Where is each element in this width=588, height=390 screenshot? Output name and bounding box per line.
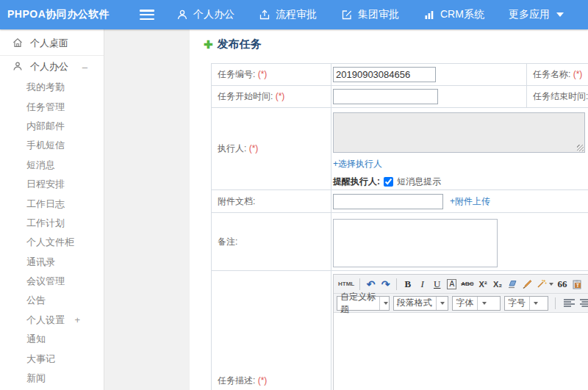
top-menu: 个人办公 流程审批 集团审批 CRM系统 更多应用 [176, 8, 564, 21]
paste-icon[interactable]: T [570, 277, 584, 292]
custom-title-select[interactable]: 自定义标题 [337, 296, 390, 311]
row-remark: 备注: [212, 213, 588, 271]
start-time-label: 任务开始时间: (*) [212, 86, 331, 108]
content-panel: ✚ 发布任务 任务编号: (*) 任务名称: (*) 任务开始时间: (*) 任… [190, 29, 588, 390]
executor-textarea[interactable] [333, 112, 585, 153]
eraser-icon[interactable] [506, 277, 520, 292]
workflow-icon [259, 9, 270, 21]
svg-text:T: T [576, 283, 579, 288]
expand-icon[interactable]: + [74, 314, 80, 325]
paragraph-format-select[interactable]: 段落格式 [393, 296, 449, 311]
sidebar-item-internal-mail[interactable]: 内部邮件 [0, 117, 104, 136]
sidebar-item-attendance[interactable]: 我的考勤 [0, 78, 104, 97]
sidebar-item-schedule[interactable]: 日程安排 [0, 175, 104, 194]
quick-format-icon[interactable] [535, 277, 555, 292]
strikethrough-button[interactable]: ABC [459, 277, 475, 292]
plus-icon: ✚ [204, 39, 213, 50]
person-icon [176, 9, 188, 21]
caret-down-icon [556, 12, 564, 17]
sidebar-item-news[interactable]: 新闻 [0, 369, 104, 388]
menu-item-crm[interactable]: CRM系统 [423, 8, 484, 21]
row-start-time: 任务开始时间: (*) 任务结束时间: (*) [212, 86, 588, 108]
sidebar: 个人桌面 个人办公 – 我的考勤 任务管理 内部邮件 手机短信 短消息 日程安排… [0, 29, 104, 390]
caret-down-icon [549, 283, 553, 286]
superscript-button[interactable]: X² [476, 277, 490, 292]
sidebar-item-notice[interactable]: 通知 [0, 330, 104, 349]
caret-down-icon [482, 302, 487, 305]
remark-label: 备注: [212, 213, 331, 271]
row-description: 任务描述: (*) HTML ↶ ↷ B I U A ABC X² [212, 271, 588, 390]
attachment-label: 附件文档: [212, 190, 331, 213]
remark-textarea[interactable] [333, 219, 498, 267]
person-icon [12, 61, 23, 73]
sms-remind-label: 短消息提示 [397, 176, 441, 188]
rich-text-editor: HTML ↶ ↷ B I U A ABC X² X₂ [333, 274, 588, 390]
end-time-label: 任务结束时间: (*) [527, 86, 588, 108]
task-number-input[interactable] [333, 67, 436, 82]
task-name-label: 任务名称: (*) [527, 64, 588, 86]
start-time-input[interactable] [333, 89, 438, 104]
sidebar-item-file-cabinet[interactable]: 个人文件柜 [0, 233, 104, 252]
sidebar-item-meeting[interactable]: 会议管理 [0, 272, 104, 291]
html-source-button[interactable]: HTML [337, 277, 356, 292]
sidebar-item-work-log[interactable]: 工作日志 [0, 194, 104, 213]
executor-label: 执行人: (*) [212, 108, 331, 190]
publish-task-form: 任务编号: (*) 任务名称: (*) 任务开始时间: (*) 任务结束时间: … [211, 63, 588, 390]
editor-toolbar-row2: 自定义标题 段落格式 字体 字号 [334, 294, 588, 313]
resize-grip-icon[interactable] [577, 145, 584, 151]
subscript-button[interactable]: X₂ [491, 277, 505, 292]
row-task-number: 任务编号: (*) 任务名称: (*) [212, 64, 588, 86]
caret-down-icon [440, 302, 445, 305]
font-style-button[interactable]: A [447, 279, 456, 289]
chart-icon [423, 9, 435, 21]
sms-remind-checkbox[interactable] [384, 177, 393, 187]
font-family-select[interactable]: 字体 [452, 296, 501, 311]
attachment-input[interactable] [333, 194, 443, 209]
task-number-label: 任务编号: (*) [212, 64, 331, 86]
menu-item-more-apps[interactable]: 更多应用 [509, 8, 564, 21]
blockquote-button[interactable]: 66 [556, 277, 570, 292]
align-left-icon[interactable] [564, 299, 575, 308]
sidebar-item-task-management[interactable]: 任务管理 [0, 97, 104, 116]
top-header: PHPOA协同办公软件 个人办公 流程审批 集团审批 CRM系统 [0, 0, 588, 29]
sidebar-item-sms[interactable]: 手机短信 [0, 136, 104, 155]
menu-item-group-approval[interactable]: 集团审批 [341, 8, 399, 21]
attachment-upload-link[interactable]: +附件上传 [450, 195, 490, 208]
italic-button[interactable]: I [415, 277, 429, 292]
underline-button[interactable]: U [430, 277, 444, 292]
undo-icon[interactable]: ↶ [364, 277, 378, 292]
sidebar-item-work-plan[interactable]: 工作计划 [0, 214, 104, 233]
collapse-icon[interactable]: – [82, 62, 87, 73]
menu-item-workflow-approval[interactable]: 流程审批 [259, 8, 317, 21]
row-executor: 执行人: (*) +选择执行人 提醒执行人: 短消息提示 [212, 108, 588, 190]
align-center-icon[interactable] [580, 299, 588, 308]
font-size-select[interactable]: 字号 [504, 296, 548, 311]
redo-icon[interactable]: ↷ [379, 277, 392, 292]
remind-executor-label: 提醒执行人: [333, 176, 380, 188]
caret-down-icon [384, 302, 388, 305]
row-attachment: 附件文档: +附件上传 [212, 190, 588, 213]
sidebar-item-desktop[interactable]: 个人桌面 [0, 32, 104, 56]
page-title: ✚ 发布任务 [204, 37, 262, 51]
sidebar-item-announcement[interactable]: 公告 [0, 291, 104, 310]
sidebar-item-personal-settings[interactable]: 个人设置+ [0, 311, 104, 330]
bold-button[interactable]: B [401, 277, 415, 292]
caret-down-icon [534, 302, 538, 305]
format-brush-icon[interactable] [520, 277, 534, 292]
sidebar-item-milestones[interactable]: 大事记 [0, 349, 104, 368]
menu-item-personal-office[interactable]: 个人办公 [176, 8, 234, 21]
sidebar-item-short-message[interactable]: 短消息 [0, 156, 104, 175]
description-label: 任务描述: (*) [212, 271, 331, 390]
choose-executor-link[interactable]: +选择执行人 [333, 159, 382, 169]
hamburger-menu-icon[interactable] [140, 10, 154, 20]
app-logo: PHPOA协同办公软件 [0, 8, 123, 21]
edit-icon [341, 9, 353, 21]
sidebar-item-contacts[interactable]: 通讯录 [0, 253, 104, 272]
home-icon [12, 37, 23, 50]
editor-content-area[interactable] [334, 313, 588, 390]
sidebar-group-personal-office[interactable]: 个人办公 – [0, 56, 104, 78]
